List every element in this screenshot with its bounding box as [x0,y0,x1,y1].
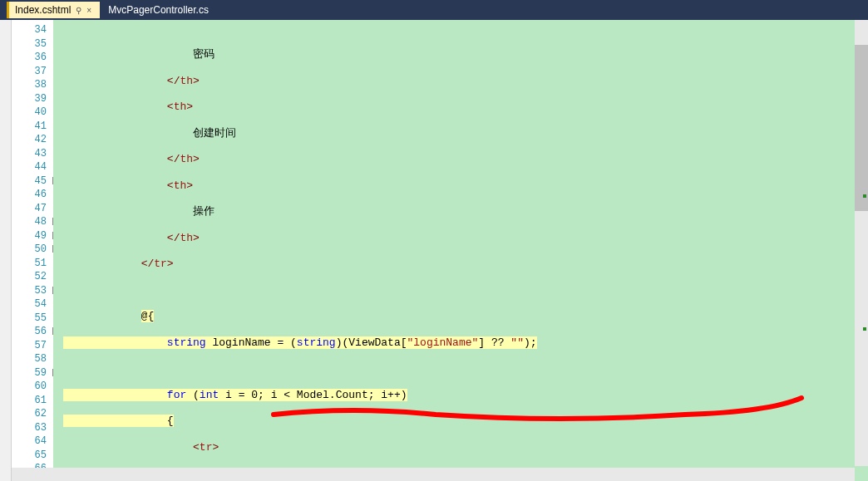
line-number: 50− [12,243,53,257]
line-number: 35 [12,37,53,52]
line-number: 52 [12,270,53,284]
line-number: 45− [12,174,53,189]
scrollbar-thumb[interactable] [855,45,868,211]
collapse-margin [0,20,12,481]
line-number: 44 [12,160,53,174]
line-number: 46 [12,188,53,202]
line-number: 41 [12,120,53,134]
line-number: 36 [12,51,53,65]
line-number: 64 [12,434,53,449]
line-number: 40 [12,106,53,120]
line-number: 55 [12,312,53,326]
line-number: 34 [12,23,53,37]
line-number: 53− [12,284,53,298]
close-icon[interactable]: × [86,6,91,15]
change-tick [863,194,866,198]
scrollbar-vertical[interactable] [855,20,868,466]
editor: 343536373839404142434445−464748−49−50−51… [0,20,868,481]
line-gutter: 343536373839404142434445−464748−49−50−51… [12,20,53,481]
line-number: 38 [12,78,53,92]
change-tick [863,327,866,331]
code-area[interactable]: 密码 </th> <th> 创建时间 </th> <th> 操作 </th> <… [53,20,868,481]
scrollbar-horizontal[interactable] [12,468,855,481]
line-number: 57 [12,339,53,353]
line-number: 60 [12,380,53,394]
line-number: 43 [12,147,53,161]
line-number: 49− [12,229,53,243]
line-number: 47 [12,202,53,216]
line-number: 62 [12,407,53,421]
tab-controller[interactable]: MvcPagerController.cs [100,2,217,18]
line-number: 39 [12,92,53,106]
tab-label: MvcPagerController.cs [108,4,209,16]
line-number: 61 [12,394,53,408]
line-number: 51 [12,257,53,271]
line-number: 37 [12,65,53,79]
text: 密码 [193,48,215,61]
line-number: 42 [12,133,53,147]
tab-bar: Index.cshtml ⚲ × MvcPagerController.cs [0,0,868,20]
line-number: 54 [12,297,53,312]
line-number: 56− [12,325,53,339]
line-number: 58 [12,352,53,366]
tab-index[interactable]: Index.cshtml ⚲ × [7,2,100,18]
line-number: 65 [12,449,53,463]
tab-label: Index.cshtml [15,4,71,16]
line-number: 59− [12,366,53,380]
line-number: 48− [12,215,53,229]
line-number: 63 [12,421,53,435]
pin-icon[interactable]: ⚲ [76,6,81,15]
